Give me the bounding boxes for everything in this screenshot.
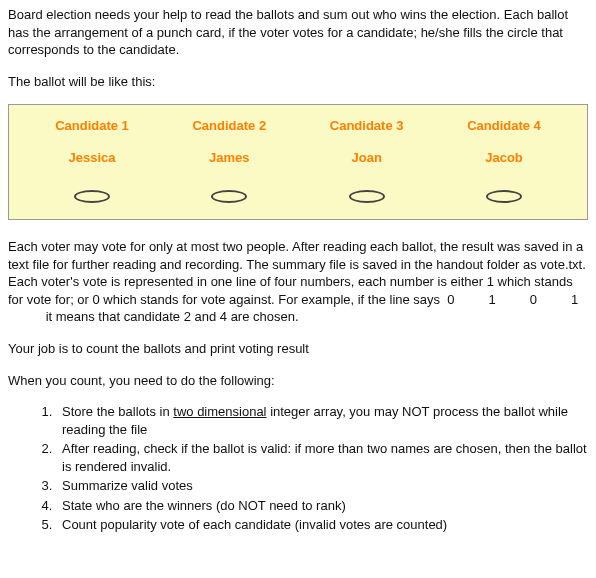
candidate-column: Candidate 1 Jessica bbox=[37, 117, 147, 203]
ballot-oval-icon bbox=[211, 190, 247, 203]
ballot-oval-icon bbox=[74, 190, 110, 203]
list-item: Store the ballots in two dimensional int… bbox=[56, 403, 588, 438]
ballot-lead: The ballot will be like this: bbox=[8, 73, 588, 91]
explain-post: it means that candidate 2 and 4 are chos… bbox=[46, 309, 299, 324]
job-paragraph: Your job is to count the ballots and pri… bbox=[8, 340, 588, 358]
intro-paragraph: Board election needs your help to read t… bbox=[8, 6, 588, 59]
example-num: 1 bbox=[489, 292, 496, 307]
step1-underline: two dimensional bbox=[173, 404, 266, 419]
candidate-column: Candidate 4 Jacob bbox=[449, 117, 559, 203]
explain-pre: Each voter may vote for only at most two… bbox=[8, 239, 586, 307]
candidate-column: Candidate 2 James bbox=[174, 117, 284, 203]
explanation-paragraph: Each voter may vote for only at most two… bbox=[8, 238, 588, 326]
count-lead: When you count, you need to do the follo… bbox=[8, 372, 588, 390]
steps-list: Store the ballots in two dimensional int… bbox=[8, 403, 588, 534]
list-item: After reading, check if the ballot is va… bbox=[56, 440, 588, 475]
example-num: 0 bbox=[447, 292, 454, 307]
example-num: 0 bbox=[530, 292, 537, 307]
candidate-title: Candidate 1 bbox=[37, 117, 147, 135]
candidate-name: Jacob bbox=[449, 149, 559, 167]
candidate-name: James bbox=[174, 149, 284, 167]
list-item: Count popularity vote of each candidate … bbox=[56, 516, 588, 534]
ballot-oval-icon bbox=[349, 190, 385, 203]
example-num: 1 bbox=[571, 292, 578, 307]
candidate-column: Candidate 3 Joan bbox=[312, 117, 422, 203]
ballot-row: Candidate 1 Jessica Candidate 2 James Ca… bbox=[19, 117, 577, 203]
ballot-diagram: Candidate 1 Jessica Candidate 2 James Ca… bbox=[8, 104, 588, 220]
candidate-title: Candidate 2 bbox=[174, 117, 284, 135]
step1-pre: Store the ballots in bbox=[62, 404, 173, 419]
candidate-title: Candidate 3 bbox=[312, 117, 422, 135]
list-item: State who are the winners (do NOT need t… bbox=[56, 497, 588, 515]
candidate-name: Jessica bbox=[37, 149, 147, 167]
list-item: Summarize valid votes bbox=[56, 477, 588, 495]
candidate-name: Joan bbox=[312, 149, 422, 167]
ballot-oval-icon bbox=[486, 190, 522, 203]
candidate-title: Candidate 4 bbox=[449, 117, 559, 135]
